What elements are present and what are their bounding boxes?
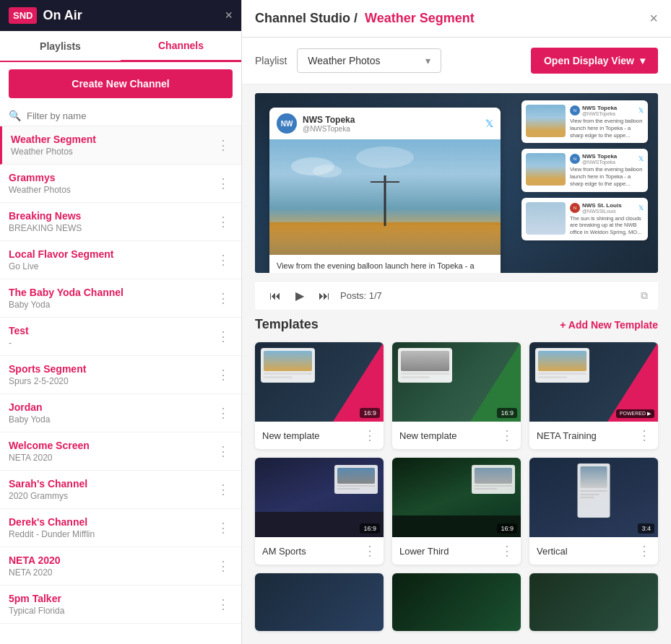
app-logo: SND On Air xyxy=(9,7,82,24)
channel-name: Local Flavor Segment xyxy=(9,248,214,260)
channel-name: Derek's Channel xyxy=(9,516,214,528)
template-card: 3:4 Vertical ⋮ xyxy=(529,458,658,565)
channel-menu-button[interactable]: ⋮ xyxy=(214,405,233,421)
right-panel-close-button[interactable]: × xyxy=(649,10,658,27)
preview-sidebar-cards: N NWS Topeka @NWSTopeka 𝕏 View from the … xyxy=(521,100,648,240)
template-menu-button[interactable]: ⋮ xyxy=(363,543,376,559)
playlist-select[interactable]: Weather Photos ▾ xyxy=(297,48,441,73)
channel-subtitle: - xyxy=(9,338,214,348)
channel-menu-button[interactable]: ⋮ xyxy=(214,558,233,574)
channel-name: Sarah's Channel xyxy=(9,478,214,489)
add-template-button[interactable]: + Add New Template xyxy=(560,319,658,331)
template-menu-button[interactable]: ⋮ xyxy=(638,543,651,559)
copy-button[interactable]: ⧉ xyxy=(641,290,648,302)
channel-name: Breaking News xyxy=(9,210,214,222)
channel-subtitle: Weather Photos xyxy=(9,185,214,195)
list-item[interactable]: Breaking News BREAKING NEWS ⋮ xyxy=(0,203,241,241)
list-item[interactable]: Sports Segment Spurs 2-5-2020 ⋮ xyxy=(0,356,241,394)
chevron-down-icon: ▾ xyxy=(640,55,645,66)
template-thumbnail xyxy=(255,573,384,631)
templates-header: Templates + Add New Template xyxy=(255,317,658,332)
template-menu-button[interactable]: ⋮ xyxy=(501,427,514,443)
channel-menu-button[interactable]: ⋮ xyxy=(214,443,233,459)
tweet-image xyxy=(269,139,501,255)
preview-area: NW NWS Topeka @NWSTopeka 𝕏 View from xyxy=(255,93,658,273)
template-menu-button[interactable]: ⋮ xyxy=(363,427,376,443)
list-item[interactable]: The Baby Yoda Channel Baby Yoda ⋮ xyxy=(0,279,241,318)
search-input[interactable] xyxy=(27,110,233,121)
template-thumbnail: 16:9 xyxy=(392,342,521,422)
ratio-badge: 16:9 xyxy=(360,523,380,534)
template-menu-button[interactable]: ⋮ xyxy=(638,427,651,443)
template-name: AM Sports xyxy=(262,546,306,557)
list-item[interactable]: Local Flavor Segment Go Live ⋮ xyxy=(0,241,241,279)
channel-menu-button[interactable]: ⋮ xyxy=(214,252,233,268)
open-display-view-button[interactable]: Open Display View ▾ xyxy=(531,48,658,74)
powered-badge: POWERED ▶ xyxy=(616,409,654,418)
tab-channels[interactable]: Channels xyxy=(121,31,241,62)
template-card: 16:9 New template ⋮ xyxy=(255,342,384,449)
template-name: Vertical xyxy=(537,546,568,557)
ratio-badge: 16:9 xyxy=(360,408,380,418)
chevron-down-icon: ▾ xyxy=(425,55,430,66)
sidebar-card: N NWS St. Louis @NWSStLouis 𝕏 The sun is… xyxy=(521,198,648,240)
open-display-view-label: Open Display View xyxy=(544,55,634,66)
playlist-bar: Playlist Weather Photos ▾ Open Display V… xyxy=(242,38,671,84)
list-item[interactable]: NETA 2020 NETA 2020 ⋮ xyxy=(0,547,241,586)
channel-name: Test xyxy=(9,325,214,336)
playlist-label: Playlist xyxy=(255,55,287,66)
template-thumbnail: POWERED ▶ xyxy=(529,342,658,422)
tweet-text: View from the evening balloon launch her… xyxy=(269,255,501,273)
skip-back-button[interactable]: ⏮ xyxy=(265,288,285,304)
templates-section: Templates + Add New Template 16:9 New te… xyxy=(242,310,671,644)
channel-name: Welcome Screen xyxy=(9,440,214,451)
list-item[interactable]: Weather Segment Weather Photos ⋮ xyxy=(0,126,241,165)
list-item[interactable]: Grammys Weather Photos ⋮ xyxy=(0,165,241,203)
play-button[interactable]: ▶ xyxy=(291,287,308,304)
channel-subtitle: Go Live xyxy=(9,261,214,271)
sidebar-avatar: N xyxy=(570,105,580,116)
channel-menu-button[interactable]: ⋮ xyxy=(214,290,233,306)
channel-subtitle: 2020 Grammys xyxy=(9,491,214,501)
channel-menu-button[interactable]: ⋮ xyxy=(214,520,233,536)
controls-bar: ⏮ ▶ ⏭ Posts: 1/7 ⧉ xyxy=(255,281,658,310)
sidebar-card: N NWS Topeka @NWSTopeka 𝕏 View from the … xyxy=(521,149,648,191)
tweet-handle: @NWSTopeka xyxy=(303,125,480,133)
list-item[interactable]: Test - ⋮ xyxy=(0,318,241,356)
channel-subtitle: NETA 2020 xyxy=(9,567,214,578)
template-name: Lower Third xyxy=(399,546,449,557)
channel-menu-button[interactable]: ⋮ xyxy=(214,596,233,612)
list-item[interactable]: Welcome Screen NETA 2020 ⋮ xyxy=(0,432,241,471)
templates-title: Templates xyxy=(255,317,319,332)
template-card xyxy=(392,573,521,631)
skip-forward-button[interactable]: ⏭ xyxy=(314,288,334,304)
template-menu-button[interactable]: ⋮ xyxy=(501,543,514,559)
channel-menu-button[interactable]: ⋮ xyxy=(214,137,233,153)
left-panel-close-button[interactable]: × xyxy=(225,8,233,23)
ratio-badge: 16:9 xyxy=(497,408,517,418)
sidebar-avatar: N xyxy=(570,154,580,164)
filter-bar: 🔍 xyxy=(0,105,241,126)
breadcrumb: Channel Studio / Weather Segment xyxy=(255,11,475,26)
channel-menu-button[interactable]: ⋮ xyxy=(214,175,233,191)
template-name: NETA Training xyxy=(537,430,597,441)
template-thumbnail: 16:9 xyxy=(255,458,384,537)
tweet-name: NWS Topeka xyxy=(303,115,480,125)
channel-name: Grammys xyxy=(9,172,214,183)
list-item[interactable]: 5pm Talker Typical Florida ⋮ xyxy=(0,586,241,624)
create-channel-button[interactable]: Create New Channel xyxy=(9,69,233,98)
channel-menu-button[interactable]: ⋮ xyxy=(214,482,233,497)
tab-playlists[interactable]: Playlists xyxy=(0,31,121,61)
channel-menu-button[interactable]: ⋮ xyxy=(214,328,233,344)
list-item[interactable]: Jordan Baby Yoda ⋮ xyxy=(0,394,241,432)
channel-menu-button[interactable]: ⋮ xyxy=(214,214,233,230)
logo-badge: SND xyxy=(9,7,37,24)
channel-menu-button[interactable]: ⋮ xyxy=(214,367,233,383)
tab-bar: Playlists Channels xyxy=(0,31,241,62)
right-header: Channel Studio / Weather Segment × xyxy=(242,0,671,38)
template-thumbnail: 16:9 xyxy=(255,342,384,422)
list-item[interactable]: Derek's Channel Reddit - Dunder Mifflin … xyxy=(0,509,241,547)
template-card xyxy=(255,573,384,631)
channel-name: Jordan xyxy=(9,401,214,413)
list-item[interactable]: Sarah's Channel 2020 Grammys ⋮ xyxy=(0,471,241,509)
